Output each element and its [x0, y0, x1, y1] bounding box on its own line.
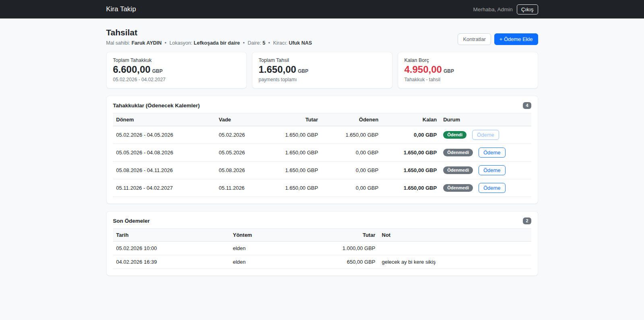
accrual-row: 05.02.2026 - 04.05.2026 05.02.2026 1.650… — [113, 126, 531, 144]
contracts-button[interactable]: Kontratlar — [458, 33, 491, 45]
meta-separator: • — [243, 40, 244, 46]
method-cell: elden — [230, 255, 322, 269]
meta-separator: • — [165, 40, 166, 46]
remaining-cell: 1.650,00 GBP — [382, 179, 440, 197]
meta-value-owner: Faruk AYDIN — [132, 40, 162, 46]
card-remaining-debt: Kalan Borç 4.950,00GBP Tahakkuk - tahsil — [398, 52, 538, 88]
property-meta: Mal sahibi: Faruk AYDIN • Lokasyon: Lefk… — [106, 40, 312, 46]
column-header-date: Tarih — [113, 229, 230, 242]
paid-cell: 0,00 GBP — [321, 144, 382, 162]
payment-row: 05.02.2026 10:00 elden 1.000,00 GBP — [113, 242, 531, 255]
due-cell: 05.11.2026 — [216, 179, 282, 197]
payments-section: Son Ödemeler 2 Tarih Yöntem Tutar Not 05… — [106, 211, 538, 276]
payments-count-badge: 2 — [523, 217, 531, 224]
accruals-count-badge: 4 — [523, 102, 531, 109]
main-content: Tahsilat Mal sahibi: Faruk AYDIN • Lokas… — [106, 18, 538, 276]
navbar: Kira Takip Merhaba, Admin Çıkış — [0, 0, 644, 18]
card-total-collected: Toplam Tahsil 1.650,00GBP payments topla… — [252, 52, 392, 88]
amount-cell: 1.650,00 GBP — [282, 162, 322, 179]
payments-header-row: Tarih Yöntem Tutar Not — [113, 229, 531, 242]
status-badge: Ödenmedi — [443, 184, 473, 192]
currency: GBP — [444, 68, 454, 74]
meta-label-tenant: Kiracı: — [273, 40, 287, 46]
meta-label-unit: Daire: — [248, 40, 261, 46]
status-badge: Ödenmedi — [443, 149, 473, 156]
summary-label: Kalan Borç — [405, 57, 531, 63]
amount: 1.650,00 — [259, 64, 296, 75]
note-cell — [379, 242, 531, 255]
page-title: Tahsilat — [106, 28, 312, 37]
page-header: Tahsilat Mal sahibi: Faruk AYDIN • Lokas… — [106, 28, 538, 46]
summary-value: 4.950,00GBP — [405, 64, 531, 76]
amount: 4.950,00 — [405, 64, 442, 75]
summary-label: Toplam Tahsil — [259, 57, 386, 63]
meta-value-unit: 5 — [262, 40, 265, 46]
column-header-amount: Tutar — [322, 229, 379, 242]
accrual-row: 05.08.2026 - 04.11.2026 05.08.2026 1.650… — [113, 162, 531, 179]
summary-subtitle: payments toplamı — [259, 77, 386, 82]
payment-row: 04.02.2026 16:39 elden 650,00 GBP gelece… — [113, 255, 531, 269]
due-cell: 05.08.2026 — [216, 162, 282, 179]
currency: GBP — [152, 68, 163, 74]
accruals-title: Tahakkuklar (Ödenecek Kalemler) — [113, 103, 200, 109]
accruals-section: Tahakkuklar (Ödenecek Kalemler) 4 Dönem … — [106, 96, 538, 204]
date-cell: 04.02.2026 16:39 — [113, 255, 230, 269]
meta-label-owner: Mal sahibi: — [106, 40, 130, 46]
summary-label: Toplam Tahakkuk — [113, 57, 240, 63]
summary-subtitle: Tahakkuk - tahsil — [405, 77, 531, 82]
accrual-row: 05.11.2026 - 04.02.2027 05.11.2026 1.650… — [113, 179, 531, 197]
amount-cell: 1.650,00 GBP — [282, 179, 322, 197]
currency: GBP — [298, 68, 308, 74]
column-header-method: Yöntem — [230, 229, 322, 242]
amount: 6.600,00 — [113, 64, 151, 75]
accrual-row: 05.05.2026 - 04.08.2026 05.05.2026 1.650… — [113, 144, 531, 162]
column-header-status: Durum — [440, 113, 531, 126]
period-cell: 05.08.2026 - 04.11.2026 — [113, 162, 216, 179]
due-cell: 05.05.2026 — [216, 144, 282, 162]
payments-title: Son Ödemeler — [113, 218, 150, 224]
logout-button[interactable]: Çıkış — [517, 4, 538, 14]
amount-cell: 1.650,00 GBP — [282, 126, 322, 144]
summary-value: 6.600,00GBP — [113, 64, 240, 76]
period-cell: 05.02.2026 - 04.05.2026 — [113, 126, 216, 144]
method-cell: elden — [230, 242, 322, 255]
remaining-cell: 0,00 GBP — [382, 126, 440, 144]
date-cell: 05.02.2026 10:00 — [113, 242, 230, 255]
column-header-note: Not — [379, 229, 531, 242]
amount-cell: 1.650,00 GBP — [282, 144, 322, 162]
pay-button[interactable]: Ödeme — [479, 165, 506, 175]
pay-button[interactable]: Ödeme — [479, 183, 506, 193]
amount-cell: 1.000,00 GBP — [322, 242, 379, 255]
amount-cell: 650,00 GBP — [322, 255, 379, 269]
column-header-paid: Ödenen — [321, 113, 382, 126]
paid-cell: 1.650,00 GBP — [321, 126, 382, 144]
column-header-due: Vade — [216, 113, 282, 126]
pay-button[interactable]: Ödeme — [472, 130, 499, 140]
payments-table: Tarih Yöntem Tutar Not 05.02.2026 10:00 … — [113, 228, 531, 269]
meta-separator: • — [268, 40, 270, 46]
note-cell: gelecek ay bi kere sikiş — [379, 255, 531, 269]
pay-button[interactable]: Ödeme — [479, 148, 506, 158]
due-cell: 05.02.2026 — [216, 126, 282, 144]
summary-cards: Toplam Tahakkuk 6.600,00GBP 05.02.2026 -… — [106, 52, 538, 88]
user-greeting: Merhaba, Admin — [473, 6, 512, 12]
column-header-amount: Tutar — [282, 113, 322, 126]
summary-subtitle: 05.02.2026 - 04.02.2027 — [113, 77, 240, 82]
column-header-remaining: Kalan — [382, 113, 440, 126]
meta-label-location: Lokasyon: — [169, 40, 192, 46]
summary-value: 1.650,00GBP — [259, 64, 386, 76]
period-cell: 05.05.2026 - 04.08.2026 — [113, 144, 216, 162]
meta-value-location: Lefkoşada bir daire — [194, 40, 240, 46]
accruals-table: Dönem Vade Tutar Ödenen Kalan Durum 05.0… — [113, 113, 531, 197]
card-total-accrued: Toplam Tahakkuk 6.600,00GBP 05.02.2026 -… — [106, 52, 247, 88]
meta-value-tenant: Ufuk NAS — [289, 40, 312, 46]
paid-cell: 0,00 GBP — [321, 162, 382, 179]
status-badge: Ödendi — [443, 131, 466, 139]
period-cell: 05.11.2026 - 04.02.2027 — [113, 179, 216, 197]
add-payment-button[interactable]: + Ödeme Ekle — [494, 33, 538, 45]
status-badge: Ödenmedi — [443, 166, 473, 174]
remaining-cell: 1.650,00 GBP — [382, 144, 440, 162]
remaining-cell: 1.650,00 GBP — [382, 162, 440, 179]
column-header-period: Dönem — [113, 113, 216, 126]
paid-cell: 0,00 GBP — [321, 179, 382, 197]
